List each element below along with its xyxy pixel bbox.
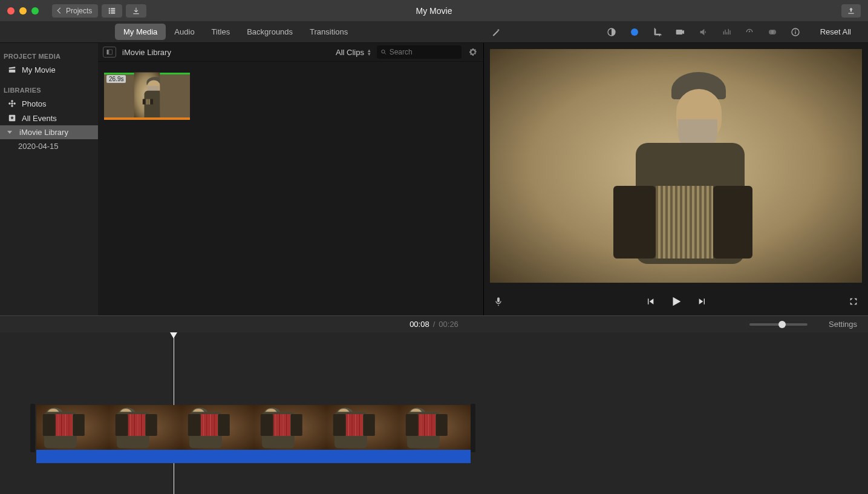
volume-button[interactable] bbox=[698, 27, 709, 38]
magnifier-icon bbox=[380, 48, 387, 56]
timeline-frame bbox=[327, 405, 399, 450]
sidebar-label: My Movie bbox=[22, 65, 56, 74]
timeline[interactable] bbox=[0, 332, 868, 494]
half-circle-icon bbox=[607, 27, 616, 37]
tab-my-media[interactable]: My Media bbox=[115, 24, 166, 40]
play-button[interactable] bbox=[670, 295, 683, 310]
share-button[interactable] bbox=[841, 4, 861, 18]
current-timecode: 00:08 bbox=[410, 320, 429, 329]
sidebar-item-event-date[interactable]: 2020-04-15 bbox=[0, 139, 98, 153]
voiceover-record-button[interactable] bbox=[494, 297, 503, 308]
sidebar-sublabel: 2020-04-15 bbox=[18, 142, 59, 151]
sidebar-label: Photos bbox=[22, 99, 46, 108]
speedometer-icon bbox=[745, 27, 754, 37]
viewer-controls bbox=[484, 289, 868, 315]
timeline-frame bbox=[181, 405, 254, 450]
search-input[interactable] bbox=[390, 48, 458, 56]
skip-back-icon bbox=[645, 297, 655, 306]
svg-point-16 bbox=[13, 102, 16, 105]
zoom-window-button[interactable] bbox=[31, 7, 39, 15]
noise-reduction-button[interactable] bbox=[721, 27, 732, 38]
sidebar-label: iMovie Library bbox=[19, 128, 68, 137]
clip-thumbnail[interactable]: 26.9s bbox=[104, 73, 190, 117]
svg-rect-4 bbox=[109, 12, 110, 13]
import-button[interactable] bbox=[126, 4, 146, 18]
tab-transitions[interactable]: Transitions bbox=[301, 24, 356, 40]
equalizer-icon bbox=[722, 27, 731, 37]
tab-titles[interactable]: Titles bbox=[203, 24, 239, 40]
preview-canvas[interactable] bbox=[490, 49, 862, 283]
transport-controls bbox=[645, 295, 707, 310]
timeline-frame bbox=[399, 405, 471, 450]
minimize-window-button[interactable] bbox=[19, 7, 27, 15]
svg-point-13 bbox=[11, 100, 13, 102]
stabilization-button[interactable] bbox=[675, 27, 686, 38]
svg-rect-18 bbox=[107, 50, 109, 54]
search-box[interactable] bbox=[377, 45, 462, 59]
play-icon bbox=[670, 295, 683, 308]
sidebar-item-my-movie[interactable]: My Movie bbox=[0, 62, 98, 77]
sidebar-item-imovie-library[interactable]: iMovie Library bbox=[0, 125, 98, 139]
speaker-icon bbox=[699, 27, 708, 37]
window-controls bbox=[7, 7, 39, 15]
share-icon bbox=[847, 7, 855, 15]
sidebar: PROJECT MEDIA My Movie LIBRARIES Photos … bbox=[0, 43, 98, 315]
overlap-circles-icon bbox=[768, 27, 777, 37]
speed-button[interactable] bbox=[744, 27, 755, 38]
svg-point-8 bbox=[771, 30, 776, 35]
microphone-icon bbox=[494, 297, 503, 306]
enhance-wand-button[interactable] bbox=[491, 27, 501, 38]
crop-button[interactable] bbox=[652, 27, 663, 38]
previous-button[interactable] bbox=[645, 297, 655, 308]
star-box-icon bbox=[7, 113, 17, 123]
svg-rect-0 bbox=[109, 8, 110, 9]
slider-thumb[interactable] bbox=[778, 321, 786, 328]
video-track-clip[interactable] bbox=[36, 405, 471, 450]
timeline-frame bbox=[36, 405, 109, 450]
total-duration: 00:26 bbox=[439, 320, 458, 329]
clips-grid[interactable]: 26.9s bbox=[98, 61, 483, 315]
reset-all-button[interactable]: Reset All bbox=[820, 27, 851, 36]
browser-header: iMovie Library All Clips ▴▾ bbox=[98, 43, 483, 61]
svg-point-6 bbox=[631, 28, 638, 36]
main-area: PROJECT MEDIA My Movie LIBRARIES Photos … bbox=[0, 43, 868, 315]
clapperboard-icon bbox=[7, 65, 17, 74]
list-icon bbox=[108, 7, 116, 15]
clip-handle-left[interactable] bbox=[30, 404, 35, 452]
svg-rect-19 bbox=[109, 50, 113, 54]
info-icon bbox=[791, 27, 800, 37]
toggle-sidebar-button[interactable] bbox=[103, 47, 116, 58]
timeline-zoom-slider[interactable] bbox=[749, 323, 808, 326]
clips-filter-label: All Clips bbox=[336, 48, 364, 57]
clip-filter-button[interactable] bbox=[767, 27, 778, 38]
color-correction-button[interactable] bbox=[629, 27, 640, 38]
chevron-left-icon bbox=[57, 8, 64, 14]
audio-track-clip[interactable] bbox=[36, 450, 471, 463]
info-button[interactable] bbox=[790, 27, 801, 38]
sidebar-header-libraries: LIBRARIES bbox=[0, 83, 98, 96]
svg-point-14 bbox=[11, 105, 13, 107]
sidebar-header-project: PROJECT MEDIA bbox=[0, 49, 98, 62]
library-list-toggle-button[interactable] bbox=[102, 4, 122, 18]
media-browser: iMovie Library All Clips ▴▾ bbox=[98, 43, 483, 315]
timeline-settings-button[interactable]: Settings bbox=[829, 320, 857, 329]
fullscreen-button[interactable] bbox=[849, 297, 858, 308]
tab-audio[interactable]: Audio bbox=[166, 24, 203, 40]
browser-settings-button[interactable] bbox=[468, 47, 478, 58]
top-tabs-row: My Media Audio Titles Backgrounds Transi… bbox=[0, 21, 868, 43]
crop-icon bbox=[653, 27, 662, 37]
timecode-bar: 00:08 / 00:26 Settings bbox=[0, 315, 868, 332]
back-projects-button[interactable]: Projects bbox=[52, 4, 98, 18]
clip-handle-right[interactable] bbox=[471, 404, 475, 452]
sidebar-item-photos[interactable]: Photos bbox=[0, 96, 98, 111]
timecode-separator: / bbox=[433, 320, 436, 329]
close-window-button[interactable] bbox=[7, 7, 15, 15]
expand-icon bbox=[849, 297, 858, 306]
up-down-chevron-icon: ▴▾ bbox=[368, 48, 371, 56]
tab-backgrounds[interactable]: Backgrounds bbox=[238, 24, 301, 40]
clips-filter-dropdown[interactable]: All Clips ▴▾ bbox=[336, 48, 371, 57]
color-balance-button[interactable] bbox=[606, 27, 617, 38]
next-button[interactable] bbox=[697, 297, 707, 308]
sidebar-item-all-events[interactable]: All Events bbox=[0, 111, 98, 125]
skip-forward-icon bbox=[697, 297, 707, 306]
